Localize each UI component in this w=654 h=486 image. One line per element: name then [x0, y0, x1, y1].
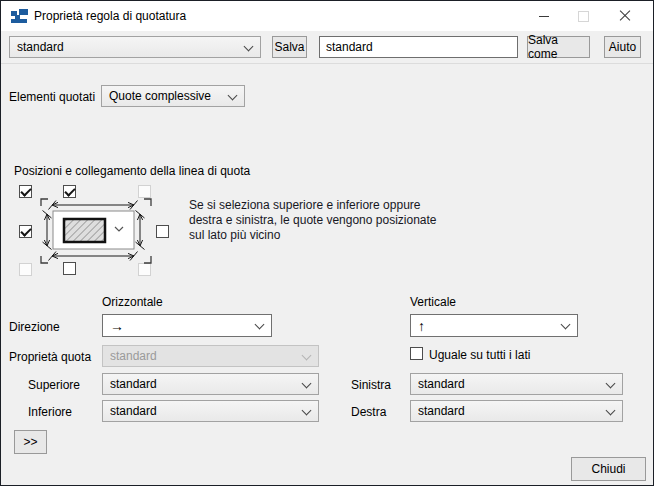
right-side-value: standard [418, 404, 465, 418]
save-as-button-label: Salva come [528, 33, 589, 61]
save-as-button[interactable]: Salva come [527, 36, 590, 58]
close-icon [619, 10, 631, 22]
close-dialog-button-label: Chiudi [591, 462, 625, 476]
vertical-column-label: Verticale [410, 295, 456, 309]
placement-checkbox-middle-right[interactable] [156, 225, 169, 238]
top-side-label: Superiore [28, 378, 80, 392]
help-button[interactable]: Aiuto [604, 36, 641, 58]
dimension-placement-preview[interactable] [39, 197, 153, 265]
help-button-label: Aiuto [609, 40, 636, 54]
minimize-icon [539, 16, 549, 17]
dimension-properties-value: standard [110, 349, 157, 363]
save-button[interactable]: Salva [272, 36, 307, 58]
titlebar: Proprietà regola di quotatura [1, 1, 653, 31]
chevron-down-icon [228, 92, 237, 101]
left-side-dropdown[interactable]: standard [410, 373, 623, 395]
equal-all-sides-checkbox[interactable] [410, 347, 423, 360]
direction-horizontal-dropdown[interactable]: → [102, 314, 272, 337]
up-arrow-icon: ↑ [418, 319, 425, 333]
chevron-down-icon [606, 407, 615, 416]
chevron-down-icon [302, 380, 311, 389]
save-button-label: Salva [274, 40, 304, 54]
maximize-button [567, 1, 599, 31]
left-side-value: standard [418, 377, 465, 391]
right-arrow-icon: → [110, 319, 124, 333]
direction-label: Direzione [9, 320, 60, 334]
right-side-dropdown[interactable]: standard [410, 400, 623, 422]
placement-checkbox-top-left[interactable] [19, 185, 32, 198]
chevron-down-icon [606, 380, 615, 389]
right-side-label: Destra [351, 405, 386, 419]
dimensioned-items-value: Quote complessive [109, 89, 211, 103]
placement-note: Se si seleziona superiore e inferiore op… [189, 198, 489, 243]
rule-select-value: standard [17, 40, 64, 54]
equal-all-sides-label: Uguale su tutti i lati [429, 348, 530, 362]
top-side-dropdown[interactable]: standard [102, 373, 319, 395]
close-button[interactable] [607, 1, 643, 31]
placement-section-label: Posizioni e collegamento della linea di … [14, 164, 250, 178]
rule-name-input[interactable]: standard [319, 36, 518, 58]
rule-select-dropdown[interactable]: standard [9, 36, 261, 58]
placement-checkbox-bottom-left [19, 263, 32, 276]
chevron-down-icon [302, 352, 311, 361]
top-side-value: standard [110, 377, 157, 391]
chevron-down-icon [244, 43, 253, 52]
dimension-rule-properties-dialog: Proprietà regola di quotatura standard S… [0, 0, 654, 486]
bottom-side-label: Inferiore [28, 405, 72, 419]
left-side-label: Sinistra [351, 378, 391, 392]
close-dialog-button[interactable]: Chiudi [571, 457, 646, 481]
bottom-side-dropdown[interactable]: standard [102, 400, 319, 422]
dimension-properties-label: Proprietà quota [9, 350, 91, 364]
horizontal-column-label: Orizzontale [102, 295, 163, 309]
placement-checkbox-middle-left[interactable] [19, 225, 32, 238]
direction-vertical-dropdown[interactable]: ↑ [410, 314, 578, 337]
app-icon [10, 8, 30, 25]
separator-line [1, 63, 654, 64]
hatched-part-icon [64, 219, 105, 242]
window-title: Proprietà regola di quotatura [34, 9, 186, 23]
bottom-side-value: standard [110, 404, 157, 418]
preview-combobox[interactable] [53, 211, 134, 249]
expand-button-label: >> [23, 435, 37, 449]
dimensioned-items-label: Elementi quotati [9, 90, 95, 104]
maximize-icon [578, 11, 589, 22]
chevron-down-icon [561, 321, 570, 330]
dimensioned-items-dropdown[interactable]: Quote complessive [101, 85, 245, 107]
expand-button[interactable]: >> [14, 430, 47, 454]
chevron-down-icon [255, 321, 264, 330]
minimize-button[interactable] [528, 1, 560, 31]
dimension-properties-dropdown: standard [102, 345, 319, 367]
rule-name-value: standard [326, 40, 373, 54]
chevron-down-icon [302, 407, 311, 416]
